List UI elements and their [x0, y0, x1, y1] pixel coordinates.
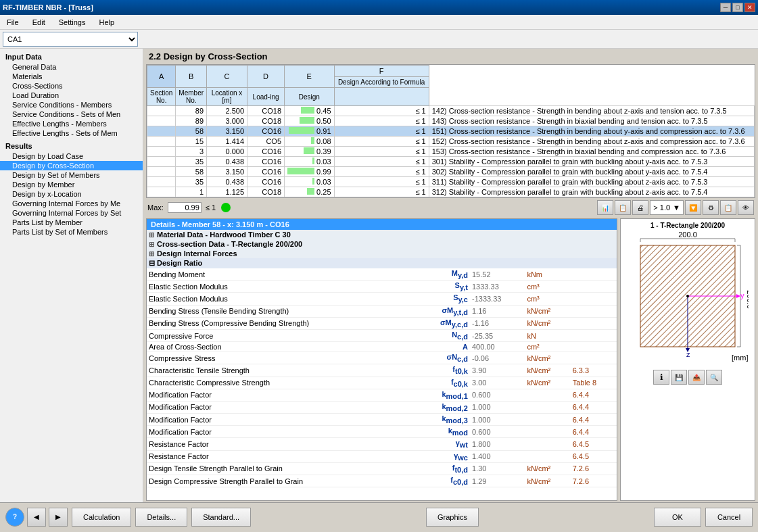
loading-cell: CO18 [247, 106, 285, 116]
sidebar-item-eff-sets[interactable]: Effective Lengths - Sets of Mem [0, 128, 143, 138]
sidebar-item-design-member[interactable]: Design by Member [0, 180, 143, 189]
menu-settings[interactable]: Settings [55, 17, 90, 28]
le-cell: ≤ 1 [334, 147, 429, 157]
table-row[interactable]: 35 0.438 CO16 0.03 ≤ 1 301) Stability - … [147, 157, 755, 167]
prev-icon-btn[interactable]: ◀ [27, 508, 46, 527]
help-icon-btn[interactable]: ? [5, 508, 24, 527]
menu-help[interactable]: Help [95, 17, 118, 28]
col-header-d: D [247, 66, 285, 88]
settings-icon-btn[interactable]: ⚙ [703, 200, 719, 215]
le-cell: ≤ 1 [334, 106, 429, 116]
location-cell: 1.125 [207, 187, 247, 197]
material-data-section[interactable]: ⊞ Material Data - Hardwood Timber C 30 [147, 230, 617, 239]
detail-symbol: kmod,1 [418, 389, 470, 401]
table-icon-btn[interactable]: 📋 [615, 200, 631, 215]
next-icon-btn[interactable]: ▶ [49, 508, 68, 527]
table-row[interactable]: 89 3.000 CO18 0.50 ≤ 1 143) Cross-sectio… [147, 116, 755, 126]
detail-symbol: My,d [418, 268, 470, 281]
sidebar-item-service-sets[interactable]: Service Conditions - Sets of Men [0, 110, 143, 119]
main-table-container[interactable]: A B C D E F Design According to Formula … [146, 64, 755, 198]
le-cell: ≤ 1 [334, 116, 429, 126]
detail-ref: Table 8 [571, 377, 617, 389]
close-button[interactable]: ✕ [744, 3, 755, 12]
detail-symbol: kmod,2 [418, 401, 470, 413]
table-row[interactable]: 58 3.150 CO16 0.91 ≤ 1 151) Cross-sectio… [147, 126, 755, 137]
table-row[interactable]: 35 0.438 CO16 0.03 ≤ 1 311) Stability - … [147, 177, 755, 187]
detail-unit [525, 450, 570, 462]
design-cell: 0.39 [285, 147, 334, 157]
table-row[interactable]: 1 1.125 CO18 0.25 ≤ 1 312) Stability - C… [147, 187, 755, 197]
detail-name: Compressive Force [147, 329, 418, 341]
detail-ref: 7.2.6 [571, 475, 617, 487]
table-row[interactable]: 58 3.150 CO16 0.99 ≤ 1 302) Stability - … [147, 167, 755, 177]
export-icon-btn[interactable]: 📤 [688, 370, 705, 385]
col-header-b: B [176, 66, 207, 88]
eye-icon-btn[interactable]: 👁 [738, 200, 754, 215]
filter-dropdown[interactable]: > 1.0 ▼ [650, 200, 684, 215]
sidebar-item-load-duration[interactable]: Load Duration [0, 91, 143, 100]
cancel-button[interactable]: Cancel [705, 508, 753, 527]
chevron-down-icon[interactable]: ▼ [673, 203, 680, 212]
detail-value: 400.00 [470, 342, 525, 352]
detail-name: Compressive Stress [147, 352, 418, 364]
detail-symbol: γwt [418, 438, 470, 450]
detail-row: Design Tensile Strength Parallel to Grai… [147, 462, 617, 475]
detail-value: -1333.33 [470, 293, 525, 305]
details-button[interactable]: Details... [135, 508, 187, 527]
detail-symbol: ft0,d [418, 462, 470, 475]
minimize-button[interactable]: ─ [720, 3, 731, 12]
le-cell: ≤ 1 [334, 187, 429, 197]
maximize-button[interactable]: □ [732, 3, 743, 12]
detail-value: 1333.33 [470, 281, 525, 293]
menu-file[interactable]: File [3, 17, 23, 28]
max-value-input[interactable] [168, 202, 202, 213]
chart-icon-btn[interactable]: 📊 [597, 200, 613, 215]
sidebar-item-cross-sections[interactable]: Cross-Sections [0, 81, 143, 91]
location-cell: 3.000 [207, 116, 247, 126]
save-icon-btn[interactable]: 💾 [671, 370, 687, 385]
sidebar-item-design-cross[interactable]: Design by Cross-Section [0, 161, 143, 170]
section-cell [147, 116, 176, 126]
sidebar-item-design-load[interactable]: Design by Load Case [0, 151, 143, 161]
info-icon-btn[interactable]: ℹ [653, 370, 669, 385]
view-icon-btn[interactable]: 📋 [720, 200, 736, 215]
sidebar-item-design-set[interactable]: Design by Set of Members [0, 170, 143, 180]
detail-ref: 6.4.4 [571, 401, 617, 413]
formula-cell: 143) Cross-section resistance - Strength… [429, 116, 754, 126]
zoom-icon-btn[interactable]: 🔍 [706, 370, 722, 385]
member-cell: 15 [176, 137, 207, 147]
sidebar-item-materials[interactable]: Materials [0, 72, 143, 81]
sidebar-item-design-x[interactable]: Design by x-Location [0, 189, 143, 199]
sidebar-item-eff-members[interactable]: Effective Lengths - Members [0, 119, 143, 128]
sidebar-item-service-members[interactable]: Service Conditions - Members [0, 100, 143, 110]
detail-symbol: σMy,t,d [418, 305, 470, 317]
detail-value: 1.000 [470, 401, 525, 413]
table-row[interactable]: 89 2.500 CO18 0.45 ≤ 1 142) Cross-sectio… [147, 106, 755, 116]
design-cell: 0.50 [285, 116, 334, 126]
sidebar-item-governing-member[interactable]: Governing Internal Forces by Me [0, 199, 143, 208]
detail-unit: cm³ [525, 293, 570, 305]
cross-section-data-section[interactable]: ⊞ Cross-section Data - T-Rectangle 200/2… [147, 239, 617, 249]
detail-value: 3.90 [470, 364, 525, 377]
location-cell: 3.150 [207, 126, 247, 137]
standard-button[interactable]: Standard... [191, 508, 251, 527]
sidebar-item-general[interactable]: General Data [0, 62, 143, 72]
detail-row: Bending Stress (Compressive Bending Stre… [147, 317, 617, 329]
ca-dropdown[interactable]: CA1 [3, 32, 138, 47]
col-header-c: C [207, 66, 247, 88]
ok-button[interactable]: OK [654, 508, 701, 527]
sidebar-item-parts-member[interactable]: Parts List by Member [0, 218, 143, 227]
sidebar-item-parts-set[interactable]: Parts List by Set of Members [0, 227, 143, 237]
filter-icon-btn[interactable]: 🔽 [685, 200, 701, 215]
table-row[interactable]: 15 1.414 CO5 0.08 ≤ 1 152) Cross-section… [147, 137, 755, 147]
sidebar-item-governing-set[interactable]: Governing Internal Forces by Set [0, 208, 143, 218]
graphics-button[interactable]: Graphics [426, 508, 479, 527]
menu-edit[interactable]: Edit [28, 17, 49, 28]
detail-name: Design Tensile Strength Parallel to Grai… [147, 462, 418, 475]
print-icon-btn[interactable]: 🖨 [632, 200, 648, 215]
table-row[interactable]: 3 0.000 CO16 0.39 ≤ 1 153) Cross-section… [147, 147, 755, 157]
calculation-button[interactable]: Calculation [72, 508, 131, 527]
detail-row: Modification Factorkmod,10.6006.4.4 [147, 389, 617, 401]
detail-row: Bending MomentMy,d15.52kNm [147, 268, 617, 281]
design-internal-forces-section[interactable]: ⊞ Design Internal Forces [147, 249, 617, 258]
